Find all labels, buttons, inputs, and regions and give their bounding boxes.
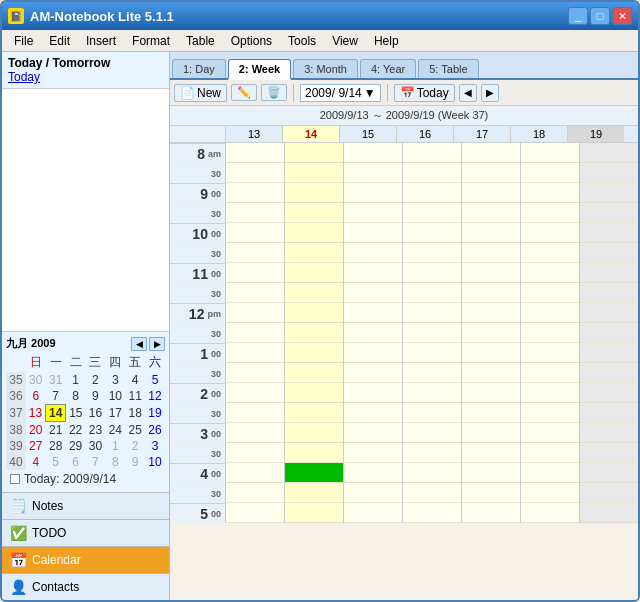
calendar-day[interactable]: 4 xyxy=(26,454,46,470)
calendar-day[interactable]: 14 xyxy=(46,405,66,422)
tab-week[interactable]: 2: Week xyxy=(228,59,291,80)
schedule-cell[interactable] xyxy=(521,163,579,183)
schedule-cell[interactable] xyxy=(521,383,579,403)
mini-cal-next[interactable]: ▶ xyxy=(149,337,165,351)
schedule-cell[interactable] xyxy=(580,323,638,343)
schedule-cell[interactable] xyxy=(226,383,284,403)
schedule-cell[interactable] xyxy=(226,443,284,463)
menu-view[interactable]: View xyxy=(324,32,366,50)
schedule-cell[interactable] xyxy=(344,463,402,483)
schedule-cell[interactable] xyxy=(580,363,638,383)
schedule-cell[interactable] xyxy=(403,463,461,483)
schedule-cell[interactable] xyxy=(285,143,343,163)
close-button[interactable]: ✕ xyxy=(612,7,632,25)
schedule-cell[interactable] xyxy=(462,423,520,443)
schedule-cell[interactable] xyxy=(285,503,343,523)
schedule-cell[interactable] xyxy=(403,403,461,423)
schedule-cell[interactable] xyxy=(462,443,520,463)
calendar-day[interactable]: 7 xyxy=(86,454,106,470)
schedule-cell[interactable] xyxy=(403,163,461,183)
schedule-cell[interactable] xyxy=(285,303,343,323)
calendar-day[interactable]: 21 xyxy=(46,422,66,439)
schedule-cell[interactable] xyxy=(344,263,402,283)
calendar-day[interactable]: 29 xyxy=(66,438,86,454)
schedule-cell[interactable] xyxy=(403,223,461,243)
calendar-day[interactable]: 23 xyxy=(86,422,106,439)
menu-insert[interactable]: Insert xyxy=(78,32,124,50)
schedule-cell[interactable] xyxy=(521,203,579,223)
schedule-cell[interactable] xyxy=(521,323,579,343)
calendar-day[interactable]: 28 xyxy=(46,438,66,454)
tab-table[interactable]: 5: Table xyxy=(418,59,478,78)
calendar-day[interactable]: 1 xyxy=(105,438,125,454)
day-col-14[interactable] xyxy=(284,143,343,523)
schedule-cell[interactable] xyxy=(226,243,284,263)
schedule-cell[interactable] xyxy=(226,203,284,223)
calendar-day[interactable]: 2 xyxy=(86,372,106,388)
schedule-cell[interactable] xyxy=(462,283,520,303)
schedule-cell[interactable] xyxy=(580,203,638,223)
schedule-cell[interactable] xyxy=(462,223,520,243)
calendar-day[interactable]: 30 xyxy=(26,372,46,388)
schedule-cell[interactable] xyxy=(580,343,638,363)
schedule-cell[interactable] xyxy=(403,343,461,363)
schedule-cell[interactable] xyxy=(344,223,402,243)
sidebar-item-contacts[interactable]: 👤 Contacts xyxy=(2,573,169,600)
schedule-cell[interactable] xyxy=(521,443,579,463)
schedule-cell[interactable] xyxy=(580,163,638,183)
schedule-cell[interactable] xyxy=(226,343,284,363)
schedule-cell[interactable] xyxy=(580,483,638,503)
schedule-cell[interactable] xyxy=(285,343,343,363)
schedule-cell[interactable] xyxy=(344,383,402,403)
schedule-cell[interactable] xyxy=(462,163,520,183)
schedule-cell[interactable] xyxy=(521,423,579,443)
calendar-day[interactable]: 8 xyxy=(66,388,86,405)
schedule-cell[interactable] xyxy=(285,363,343,383)
maximize-button[interactable]: □ xyxy=(590,7,610,25)
day-col-19[interactable] xyxy=(579,143,638,523)
tab-day[interactable]: 1: Day xyxy=(172,59,226,78)
schedule-cell[interactable] xyxy=(226,183,284,203)
calendar-day[interactable]: 6 xyxy=(66,454,86,470)
schedule-cell[interactable] xyxy=(580,443,638,463)
schedule-cell[interactable] xyxy=(462,143,520,163)
schedule-cell[interactable] xyxy=(403,483,461,503)
calendar-day[interactable]: 2 xyxy=(125,438,145,454)
menu-options[interactable]: Options xyxy=(223,32,280,50)
schedule-cell[interactable] xyxy=(403,243,461,263)
schedule-cell[interactable] xyxy=(285,283,343,303)
today-link[interactable]: Today xyxy=(8,70,163,84)
calendar-day[interactable]: 6 xyxy=(26,388,46,405)
menu-tools[interactable]: Tools xyxy=(280,32,324,50)
schedule-cell[interactable] xyxy=(226,223,284,243)
calendar-day[interactable]: 5 xyxy=(145,372,165,388)
calendar-day[interactable]: 1 xyxy=(66,372,86,388)
calendar-day[interactable]: 10 xyxy=(105,388,125,405)
schedule-cell[interactable] xyxy=(521,403,579,423)
schedule-cell[interactable] xyxy=(226,463,284,483)
schedule-cell[interactable] xyxy=(344,203,402,223)
schedule-cell[interactable] xyxy=(521,483,579,503)
schedule-cell[interactable] xyxy=(226,403,284,423)
schedule-cell[interactable] xyxy=(344,483,402,503)
calendar-day[interactable]: 9 xyxy=(86,388,106,405)
schedule-cell[interactable] xyxy=(403,423,461,443)
schedule-cell[interactable] xyxy=(403,323,461,343)
schedule-cell[interactable] xyxy=(344,343,402,363)
schedule-cell[interactable] xyxy=(403,363,461,383)
date-selector[interactable]: 2009/ 9/14 ▼ xyxy=(300,84,381,102)
schedule-cell[interactable] xyxy=(580,383,638,403)
schedule-cell[interactable] xyxy=(580,263,638,283)
schedule-cell[interactable] xyxy=(580,183,638,203)
day-col-13[interactable] xyxy=(225,143,284,523)
schedule-cell[interactable] xyxy=(580,503,638,523)
schedule-cell[interactable] xyxy=(580,403,638,423)
schedule-cell[interactable] xyxy=(462,303,520,323)
calendar-day[interactable]: 3 xyxy=(105,372,125,388)
schedule-cell[interactable] xyxy=(403,203,461,223)
schedule-cell[interactable] xyxy=(226,143,284,163)
schedule-cell[interactable] xyxy=(403,503,461,523)
minimize-button[interactable]: _ xyxy=(568,7,588,25)
schedule-cell[interactable] xyxy=(226,263,284,283)
calendar-day[interactable]: 9 xyxy=(125,454,145,470)
